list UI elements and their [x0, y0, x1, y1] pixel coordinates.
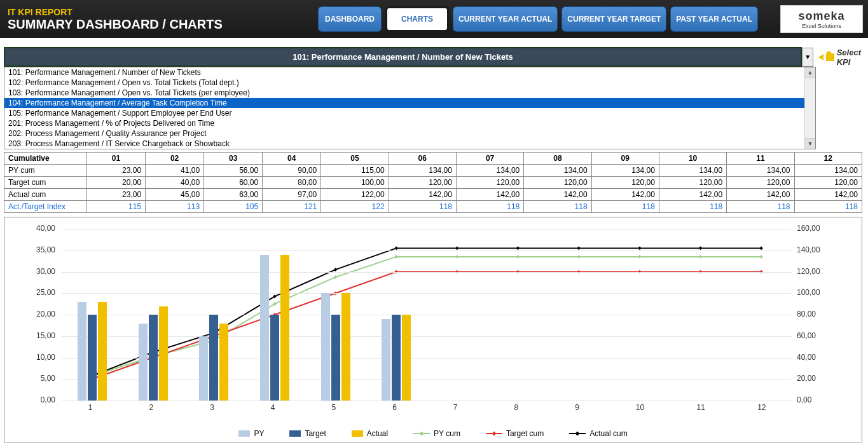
chart-plot-area: [62, 229, 792, 400]
x-tick: 11: [697, 403, 705, 412]
kpi-chart: PY Target Actual PY cum Target cum Actua…: [4, 217, 862, 442]
nav-dashboard[interactable]: DASHBOARD: [318, 6, 382, 32]
table-cell: 142,00: [727, 189, 794, 201]
table-col-header: 04: [263, 153, 321, 165]
x-tick: 4: [271, 403, 275, 412]
chart-bar: [139, 324, 148, 401]
table-cell: 120,00: [524, 177, 591, 189]
y-left-tick: 5,00: [17, 374, 55, 383]
y-right-tick: 80,00: [797, 310, 816, 318]
table-cell: 134,00: [794, 165, 862, 177]
nav-charts[interactable]: CHARTS: [385, 6, 449, 32]
table-cell: 105: [204, 201, 263, 213]
table-cell: 120,00: [727, 177, 794, 189]
scroll-up-icon[interactable]: ▲: [805, 67, 815, 78]
table-col-header: 01: [87, 153, 146, 165]
x-tick: 5: [332, 403, 336, 412]
kpi-option[interactable]: 201: Process Management / % of Projects …: [4, 118, 815, 128]
scroll-down-icon[interactable]: ▼: [805, 138, 815, 149]
table-col-header: 05: [321, 153, 389, 165]
chevron-down-icon: ▼: [804, 53, 811, 60]
table-col-header: 08: [524, 153, 591, 165]
chart-bar: [209, 315, 218, 400]
chart-bar: [341, 293, 350, 400]
chart-bar: [270, 315, 279, 400]
table-cell: 142,00: [659, 189, 726, 201]
nav-current-year-actual[interactable]: CURRENT YEAR ACTUAL: [453, 6, 558, 32]
y-left-tick: 30,00: [17, 267, 55, 276]
kpi-option[interactable]: 101: Performance Management / Number of …: [4, 67, 815, 78]
table-cell: 60,00: [204, 177, 263, 189]
y-left-tick: 35,00: [17, 245, 55, 254]
table-cell: 120,00: [456, 177, 523, 189]
table-cell: 120,00: [659, 177, 726, 189]
kpi-dropdown-toggle[interactable]: ▼: [802, 48, 813, 67]
x-tick: 2: [149, 403, 154, 412]
chart-bar: [260, 255, 269, 401]
y-right-tick: 160,00: [797, 224, 820, 233]
legend-py: PY: [238, 429, 264, 438]
y-left-tick: 0,00: [17, 395, 55, 404]
table-cell: 20,00: [87, 177, 146, 189]
chart-line: [92, 248, 761, 376]
kpi-option[interactable]: 102: Performance Management / Open vs. T…: [4, 78, 815, 88]
table-cell: 56,00: [204, 165, 263, 177]
legend-targetcum: Target cum: [486, 429, 544, 438]
kpi-dropdown-list[interactable]: ▲ ▼ 101: Performance Management / Number…: [4, 67, 816, 149]
x-tick: 10: [636, 403, 644, 412]
table-col-header: 06: [389, 153, 456, 165]
nav-current-year-target[interactable]: CURRENT YEAR TARGET: [561, 6, 666, 32]
table-cell: 142,00: [456, 189, 523, 201]
x-tick: 6: [392, 403, 397, 412]
chart-bar: [331, 315, 340, 400]
table-cell: 118: [389, 201, 456, 213]
kpi-option[interactable]: 103: Performance Management / Open vs. T…: [4, 88, 815, 98]
y-right-tick: 40,00: [797, 353, 816, 362]
chart-legend: PY Target Actual PY cum Target cum Actua…: [4, 429, 862, 438]
x-tick: 3: [210, 403, 214, 412]
brand-tagline: Excel Solutions: [802, 23, 841, 29]
table-cell: 97,00: [263, 189, 321, 201]
table-col-header: 07: [456, 153, 523, 165]
x-tick: 7: [453, 403, 458, 412]
table-cell: 118: [727, 201, 794, 213]
kpi-option[interactable]: 202: Process Management / Quality Assura…: [4, 128, 815, 139]
brand-logo: someka Excel Solutions: [780, 5, 863, 33]
legend-pycum: PY cum: [413, 429, 460, 438]
cumulative-table: Cumulative010203040506070809101112PY cum…: [4, 152, 862, 213]
y-right-tick: 100,00: [797, 288, 820, 297]
y-left-tick: 10,00: [17, 353, 55, 362]
dropdown-scrollbar[interactable]: ▲ ▼: [804, 67, 815, 149]
x-tick: 12: [757, 403, 766, 412]
table-cell: 118: [659, 201, 726, 213]
table-cell: 142,00: [794, 189, 862, 201]
brand-name: someka: [798, 10, 844, 23]
x-tick: 9: [575, 403, 579, 412]
chart-bar: [199, 336, 208, 400]
row-label: PY cum: [4, 165, 87, 177]
chart-bar: [402, 315, 411, 400]
table-row: PY cum23,0041,0056,0090,00115,00134,0013…: [4, 165, 862, 177]
chart-bar: [382, 319, 390, 400]
table-row: Actual cum23,0045,0063,0097,00122,00142,…: [4, 189, 862, 201]
kpi-option[interactable]: 105: Performance Management / Support Em…: [4, 108, 815, 118]
table-cell: 142,00: [591, 189, 659, 201]
table-cell: 134,00: [456, 165, 523, 177]
kpi-option[interactable]: 104: Performance Management / Average Ta…: [4, 98, 815, 108]
table-cell: 40,00: [146, 177, 204, 189]
table-row: Target cum20,0040,0060,0080,00100,00120,…: [4, 177, 862, 189]
y-right-tick: 120,00: [797, 267, 820, 276]
kpi-option[interactable]: 203: Process Management / IT Service Cha…: [4, 139, 815, 149]
table-cell: 118: [524, 201, 591, 213]
table-cell: 100,00: [321, 177, 389, 189]
page-title: SUMMARY DASHBOARD / CHARTS: [8, 17, 310, 32]
row-label: Target cum: [4, 177, 87, 189]
legend-actual: Actual: [352, 429, 388, 438]
table-col-header: 10: [659, 153, 726, 165]
table-cell: 90,00: [263, 165, 321, 177]
chart-bar: [88, 315, 97, 400]
y-right-tick: 20,00: [797, 374, 816, 383]
chart-bar: [159, 306, 168, 401]
table-cell: 118: [794, 201, 862, 213]
nav-past-year-actual[interactable]: PAST YEAR ACTUAL: [670, 6, 758, 32]
